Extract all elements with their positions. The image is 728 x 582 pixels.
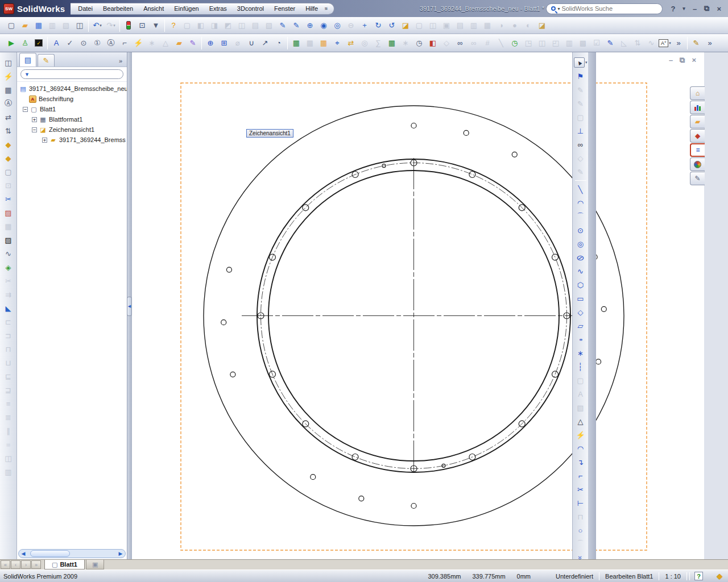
select-cursor-button[interactable]: ▲▾ <box>574 56 588 69</box>
menu-extras[interactable]: Extras <box>204 4 232 13</box>
feature-manager-tab[interactable]: ▤ <box>19 53 36 66</box>
smart-dimension-button[interactable]: ⚡ <box>132 37 144 49</box>
crop-view-button[interactable]: ✂ <box>2 193 15 205</box>
task-resources-tab[interactable] <box>690 101 705 114</box>
menu-ansicht[interactable]: Ansicht <box>138 4 169 13</box>
arc-3point-button[interactable]: ⌒ <box>574 210 588 223</box>
drawing-view-label[interactable]: Zeichenansicht1 <box>246 129 293 138</box>
scroll-left-icon[interactable]: ◀ <box>19 551 28 556</box>
tree-item-39171-369244-bremss[interactable]: +▰39171_369244_Bremss <box>17 135 127 145</box>
doc-close-button[interactable]: × <box>692 56 696 65</box>
line-button[interactable]: ╲ <box>574 183 588 196</box>
format-note-button[interactable]: ✎ <box>604 37 617 49</box>
parallelogram-button[interactable]: ▱ <box>574 319 588 332</box>
update-views-button[interactable]: ⇅ <box>2 124 15 137</box>
centerline-sketch-button[interactable]: ┆ <box>574 360 588 373</box>
panel-more-chevron[interactable]: » <box>119 57 125 66</box>
help-button[interactable]: ? <box>671 5 675 13</box>
quick-tips-icon[interactable]: ? <box>694 572 703 580</box>
tree-item-blattformat1[interactable]: +▦Blattformat1 <box>17 114 127 124</box>
help-caret-icon[interactable]: ▾ <box>682 6 685 11</box>
scroll-right-icon[interactable]: ▶ <box>116 551 125 556</box>
ellipse-button[interactable]: ⊘ <box>574 251 588 264</box>
spline-button[interactable]: ∿ <box>574 265 588 277</box>
instant-3d-button[interactable]: ⚡ <box>574 429 588 441</box>
brake-disc-drawing[interactable] <box>132 52 704 559</box>
graphics-area[interactable]: Zeichenansicht1 – ⧉ × ⌂▰◆≡✎ <box>132 52 704 559</box>
menu-einfügen[interactable]: Einfügen <box>169 4 204 13</box>
excel-table-button[interactable]: ▦ <box>386 37 398 49</box>
tag-icon[interactable]: ◆ <box>717 572 722 580</box>
view-palette-button[interactable]: ◫ <box>2 56 15 69</box>
scroll-thumb[interactable] <box>30 550 70 557</box>
rotate-view-button[interactable]: ↻ <box>372 19 384 32</box>
open-document-button[interactable]: ▰ <box>19 19 31 32</box>
task-web-tab[interactable] <box>690 157 705 171</box>
pin-icon[interactable]: ⌖ <box>322 4 330 13</box>
menu-datei[interactable]: Datei <box>73 4 98 13</box>
panel-collapse-handle[interactable]: ◀ <box>127 297 132 316</box>
datum-feature-button[interactable]: Ⓐ <box>105 37 117 49</box>
line-format-button[interactable]: ◈ <box>2 261 15 273</box>
menu-3dcontrol[interactable]: 3Dcontrol <box>232 4 269 13</box>
extend-entities-button[interactable]: ⊢ <box>574 497 588 509</box>
arc-centerpoint-button[interactable]: ◠ <box>574 197 588 209</box>
polygon-button[interactable]: ⬡ <box>574 278 588 291</box>
minimize-button[interactable]: – <box>693 5 697 13</box>
centerline-annotation-button[interactable]: ⊞ <box>218 37 230 49</box>
format-painter-button[interactable]: ✎ <box>187 37 199 49</box>
menu-hilfe[interactable]: Hilfe <box>300 4 323 13</box>
task-view-palette-tab[interactable]: ≡ <box>690 143 705 157</box>
run-macro-button[interactable]: ▶ <box>5 37 18 49</box>
sheet-tab-blatt1[interactable]: ▢ Blatt1 <box>44 560 85 569</box>
collapse-icon[interactable]: − <box>32 127 37 132</box>
insert-model-view-button[interactable]: ◆ <box>2 138 15 151</box>
add-sheet-tab[interactable]: ▣ <box>86 560 104 569</box>
font-style-button[interactable]: Ⓐ <box>2 97 15 110</box>
tree-item-39171-369244-bremsscheibe-neu[interactable]: ▤39171_369244_Bremsscheibe_neu <box>17 84 127 94</box>
tree-item-zeichenansicht1[interactable]: −◪Zeichenansicht1 <box>17 124 127 135</box>
doc-restore-button[interactable]: ⧉ <box>680 56 685 65</box>
view-orientation-button[interactable]: ◪ <box>399 19 412 32</box>
display-settings-button[interactable]: ⊡ <box>136 19 148 32</box>
point-button[interactable]: ∗ <box>574 347 588 359</box>
zoom-pen-2-button[interactable]: ✎ <box>290 19 303 32</box>
more-format-button[interactable]: » <box>704 37 716 49</box>
zoom-area-button[interactable]: ◉ <box>317 19 330 32</box>
bom-table-button[interactable]: ▦ <box>290 37 303 49</box>
hatch-fill-button[interactable]: ▨ <box>2 234 15 246</box>
compare-documents-button[interactable]: ◧ <box>427 37 439 49</box>
tree-item-beschriftung[interactable]: ABeschriftung <box>17 94 127 104</box>
selection-area-button[interactable]: ▢ <box>2 165 15 178</box>
spell-check-button[interactable]: ✓ <box>64 37 76 49</box>
tree-filter-input[interactable] <box>32 71 119 77</box>
rectangle-button[interactable]: ▭ <box>574 292 588 305</box>
hole-table-button[interactable]: ▦ <box>317 37 330 49</box>
smart-wand-button[interactable]: ⚡ <box>2 70 15 82</box>
view-grid-button[interactable]: ▦ <box>2 84 15 96</box>
restore-button[interactable]: ⧉ <box>704 4 709 13</box>
expand-icon[interactable]: + <box>32 117 37 122</box>
design-table-button[interactable]: ▰ <box>173 37 185 49</box>
search-input[interactable] <box>561 5 647 12</box>
perpendicular-constraint-button[interactable]: ⊥ <box>574 124 588 137</box>
menu-fenster[interactable]: Fenster <box>269 4 300 13</box>
task-design-library-tab[interactable]: ▰ <box>690 115 705 128</box>
task-custom-properties-tab[interactable]: ✎ <box>690 172 705 185</box>
circle-perimeter-button[interactable]: ◎ <box>574 238 588 250</box>
split-entities-button[interactable]: ✂ <box>574 483 588 496</box>
close-button[interactable]: × <box>717 5 721 13</box>
search-box[interactable]: ▾ <box>546 3 663 14</box>
expand-icon[interactable]: + <box>42 138 47 143</box>
diamond-button[interactable]: ◇ <box>574 306 588 318</box>
angle-corner-button[interactable]: ◣ <box>2 302 15 314</box>
hole-callout-button[interactable]: ⌐ <box>118 37 131 49</box>
corner-rectangle-button[interactable]: ⌐ <box>574 469 588 482</box>
more-annotations-button[interactable]: » <box>672 37 685 49</box>
area-hatch-button[interactable]: ◔ <box>272 37 285 49</box>
zoom-in-button[interactable]: ⊕ <box>304 19 316 32</box>
circle-button[interactable]: ⊙ <box>574 224 588 236</box>
selection-filter-button[interactable]: ▼ <box>150 19 162 32</box>
zoom-pen-1-button[interactable]: ✎ <box>276 19 289 32</box>
slot-button[interactable]: ◖◗ <box>574 333 588 346</box>
